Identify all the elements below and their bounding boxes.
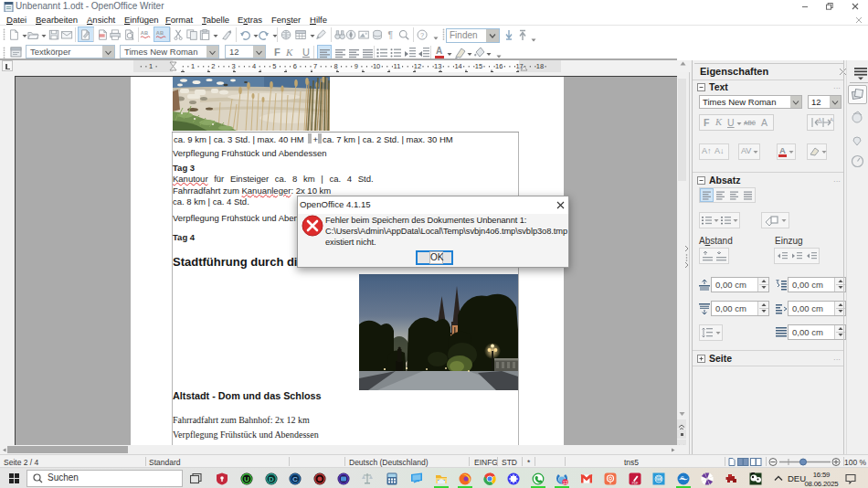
svg-text:?: ? [420,31,424,39]
svg-text:3: 3 [232,62,236,70]
svg-text:11: 11 [394,62,401,70]
svg-text:2: 2 [211,62,215,70]
svg-text:1: 1 [149,62,153,70]
svg-text:D: D [269,475,274,483]
svg-text:A: A [830,117,833,122]
svg-text:U: U [244,475,249,483]
svg-text:AB: AB [156,30,164,36]
svg-text:8: 8 [333,62,337,70]
svg-text:15: 15 [475,62,482,70]
svg-text:4: 4 [252,62,256,70]
svg-text:10: 10 [373,62,380,70]
svg-text:GB: GB [656,477,662,482]
svg-text:¶: ¶ [388,30,394,40]
svg-text:16: 16 [495,62,503,70]
svg-text:13: 13 [563,481,568,485]
svg-text:13: 13 [434,62,441,70]
svg-text:7: 7 [313,62,317,70]
svg-text:5: 5 [272,62,276,70]
svg-text:9: 9 [355,62,358,70]
svg-text:PDF: PDF [632,482,638,485]
svg-text:C: C [292,475,298,483]
svg-text:1: 1 [191,62,195,70]
svg-text:18: 18 [536,62,544,70]
svg-text:AB: AB [141,30,148,36]
svg-text:12: 12 [414,62,421,70]
svg-text:14: 14 [454,62,461,70]
svg-text:6: 6 [293,62,297,70]
